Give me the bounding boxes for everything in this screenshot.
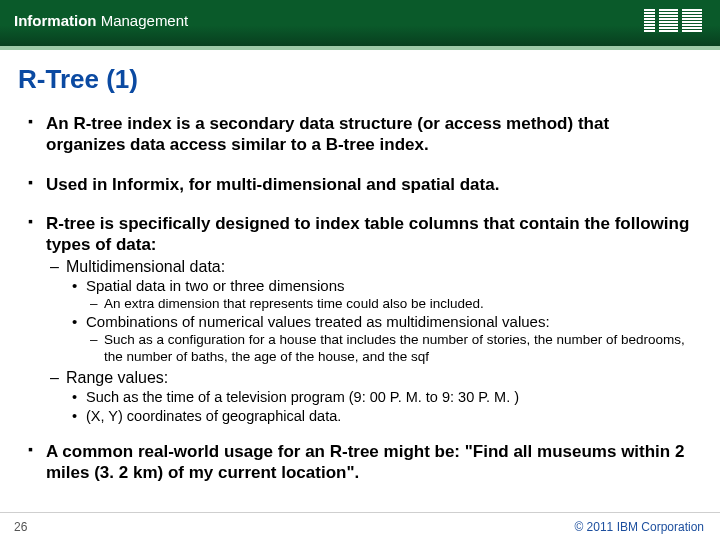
slide-header: Information Management <box>0 0 720 46</box>
svg-rect-0 <box>644 9 702 11</box>
copyright-text: © 2011 IBM Corporation <box>574 520 704 534</box>
brand-light: Management <box>101 12 189 29</box>
bullet-l1: Used in Informix, for multi-dimensional … <box>28 174 692 195</box>
ibm-logo-icon <box>644 9 702 37</box>
svg-rect-3 <box>644 18 702 20</box>
svg-rect-9 <box>678 9 682 33</box>
slide-content: An R-tree index is a secondary data stru… <box>0 113 720 483</box>
bullet-l3: (X, Y) coordinates of geographical data. <box>72 407 692 425</box>
bullet-l2: Range values: <box>50 368 692 388</box>
bullet-l1: A common real-world usage for an R-tree … <box>28 441 692 484</box>
svg-rect-5 <box>644 24 702 26</box>
brand-bold: Information <box>14 12 97 29</box>
svg-rect-2 <box>644 15 702 17</box>
header-brand: Information Management <box>14 12 188 29</box>
footer-divider <box>0 512 720 513</box>
bullet-l1: An R-tree index is a secondary data stru… <box>28 113 692 156</box>
bullet-l1: R-tree is specifically designed to index… <box>28 213 692 256</box>
page-number: 26 <box>14 520 27 534</box>
svg-rect-8 <box>655 9 659 33</box>
slide-title: R-Tree (1) <box>0 50 720 105</box>
svg-rect-7 <box>644 30 702 32</box>
bullet-l4: Such as a configuration for a house that… <box>90 332 692 366</box>
bullet-l3: Combinations of numerical values treated… <box>72 313 692 332</box>
slide: Information Management <box>0 0 720 540</box>
bullet-l3: Such as the time of a television program… <box>72 388 692 406</box>
svg-rect-4 <box>644 21 702 23</box>
slide-footer: 26 © 2011 IBM Corporation <box>0 512 720 540</box>
svg-rect-1 <box>644 12 702 14</box>
bullet-l2: Multidimensional data: <box>50 257 692 277</box>
bullet-l3: Spatial data in two or three dimensions <box>72 277 692 296</box>
bullet-l4: An extra dimension that represents time … <box>90 296 692 313</box>
svg-rect-6 <box>644 27 702 29</box>
